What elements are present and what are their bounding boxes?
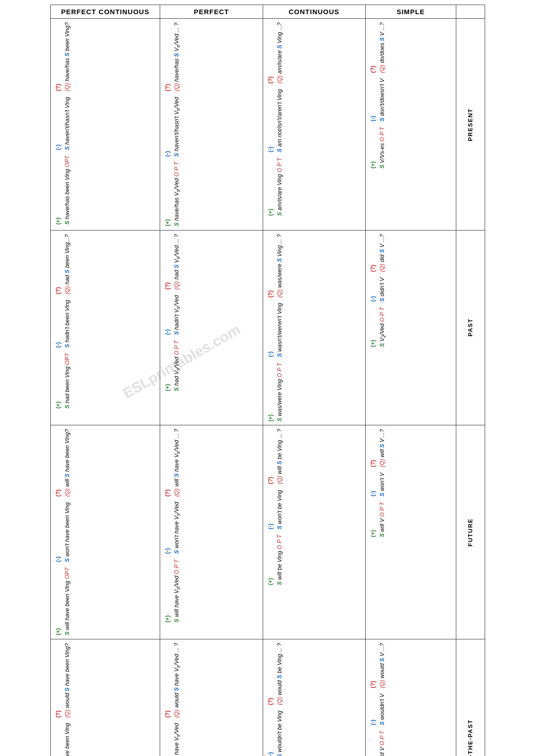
cell-2-1: (+)S will have Vs/Ved O P T(-)S won't ha…	[160, 425, 263, 639]
col-header-simple: SIMPLE	[365, 5, 456, 19]
formula-block: (-)S won't be Ving	[266, 490, 284, 529]
cell-1-2: (+)S was/were Ving O P T(-)S wasn't/were…	[263, 230, 365, 425]
row-label-future_in_the_past: FUTURE-IN-THE-PAST	[456, 639, 485, 756]
formula-block: (?)(Q) have/has S been Ving?	[54, 22, 72, 91]
formula-block: (-)S wouldn't be Ving	[266, 711, 284, 756]
formula-block: (-)S hadn't Vs/Ved	[163, 295, 182, 335]
grammar-row-past: (+)S had been Ving OPT(-)S hadn't been V…	[50, 230, 485, 425]
formula-block: (+)S will have been Ving OPT	[54, 568, 72, 635]
cell-3-1: (+)S would have Vs/Ved O P T(-)S wouldn'…	[160, 639, 263, 756]
row-label-past: PAST	[456, 230, 485, 425]
formula-block: (?)(Q) will S have been Ving?	[54, 429, 72, 497]
formula-block: (-)S wasn't/weren't Ving	[266, 303, 284, 357]
formula-block: (-)S hadn't been Ving	[54, 300, 72, 348]
formula-block: (+)S V/Vs-es O P T	[368, 127, 387, 168]
cell-0-1: (+)S have/has Vs/Ved O P T(-)S haven't/h…	[160, 19, 263, 231]
formula-block: (?)(Q) would S V ...?	[368, 643, 387, 688]
formula-block: (-)S haven't/hasn't Ving	[54, 97, 72, 150]
formula-block: (?)(Q) am/is/are S Ving ...?	[266, 22, 284, 84]
formula-block: (?)(Q) had S Vs/Ved ... ?	[163, 234, 182, 290]
cell-3-3: (+)S would V O P T(-)S wouldn't V(?)(Q) …	[365, 639, 456, 756]
formula-block: (?)(Q) had S been Ving...?	[54, 234, 72, 294]
cell-0-3: (+)S V/Vs-es O P T(-)S don't/doesn't V(?…	[365, 19, 456, 231]
formula-block: (+)S will have Vs/Ved O P T	[163, 560, 182, 623]
formula-block: (?)(Q) did S V ...?	[368, 234, 388, 272]
formula-block: (?)(Q) will S be Ving ... ?	[266, 429, 284, 484]
grammar-row-future_in_the_past: (+)S would have been Ving OPT(-)S wouldn…	[50, 639, 485, 756]
page-wrapper: ESLprintables.com PERFECT CONTINUOUS PER…	[50, 5, 485, 756]
formula-block: (-)S wouldn't have Vs/Ved	[163, 724, 182, 756]
formula-block: (?)(Q) will S V ...?	[368, 429, 387, 467]
formula-block: (-)S didn't V	[368, 277, 388, 301]
cell-2-2: (+)S will be Ving O P T(-)S won't be Vin…	[263, 425, 365, 639]
cell-2-0: (+)S will have been Ving OPT(-)S won't h…	[50, 425, 160, 639]
formula-block: (?)(Q) have/has S Vs/Ved ... ?	[163, 22, 182, 91]
col-header-perfect: PERFECT	[160, 5, 263, 19]
formula-block: (+)S am/is/are Ving O P T	[266, 158, 284, 216]
cell-2-3: (+)S will V O P T(-)S won't V(?)(Q) will…	[365, 425, 456, 639]
formula-block: (-)S don't/doesn't V	[368, 79, 387, 122]
formula-block: (-)S won't have Vs/Ved	[163, 502, 182, 554]
grammar-row-future: (+)S will have been Ving OPT(-)S won't h…	[50, 425, 485, 639]
grammar-row-present: (+)S have/has been Ving OPT(-)S haven't/…	[50, 19, 485, 231]
row-label-present: PRESENT	[456, 19, 485, 231]
cell-0-0: (+)S have/has been Ving OPT(-)S haven't/…	[50, 19, 160, 231]
formula-block: (+)S was/were Ving O P T	[266, 363, 284, 422]
cell-1-1: (+)S had Vs/Ved O P T(-)S hadn't Vs/Ved(…	[160, 230, 263, 425]
formula-block: (?)(Q) will S have Vs/Ved ... ?	[163, 429, 182, 497]
formula-block: (?)(Q) was/were S Ving ... ?	[266, 234, 284, 298]
formula-block: (?)(Q) would S have Vs/Ved ... ?	[163, 643, 182, 718]
formula-block: (?)(Q) would S have been Ving?	[54, 643, 72, 718]
col-header-empty	[456, 5, 485, 19]
formula-block: (+)S had Vs/Ved O P T	[163, 340, 182, 391]
formula-block: (+)S would V O P T	[368, 731, 387, 756]
formula-block: (+)S have/has Vs/Ved O P T	[163, 162, 182, 226]
formula-block: (-)S won't have been Ving	[54, 502, 72, 562]
cell-0-2: (+)S am/is/are Ving O P T(-)S am not/isn…	[263, 19, 365, 231]
col-header-continuous: CONTINUOUS	[263, 5, 365, 19]
row-label-future: FUTURE	[456, 425, 485, 639]
cell-3-0: (+)S would have been Ving OPT(-)S wouldn…	[50, 639, 160, 756]
formula-block: (?)(Q) do/does S V ...?	[368, 22, 387, 73]
formula-block: (?)(Q) would S be Ving ... ?	[266, 643, 284, 705]
cell-1-3: (+)S V2/Ved O P T(-)S didn't V(?)(Q) did…	[365, 230, 456, 425]
formula-block: (-)S won't V	[368, 473, 387, 497]
formula-block: (-)S wouldn't have been Ving	[54, 724, 72, 756]
formula-block: (-)S am not/isn't/aren't Ving	[266, 89, 284, 152]
cell-3-2: (+)S would be Ving O P T(-)S wouldn't be…	[263, 639, 365, 756]
formula-block: (+)S will V O P T	[368, 502, 387, 537]
header-row: PERFECT CONTINUOUS PERFECT CONTINUOUS SI…	[50, 5, 485, 19]
formula-block: (-)S wouldn't V	[368, 694, 387, 725]
formula-block: (+)S will be Ving O P T	[266, 535, 284, 585]
formula-block: (+)S V2/Ved O P T	[368, 307, 388, 347]
cell-1-0: (+)S had been Ving OPT(-)S hadn't been V…	[50, 230, 160, 425]
formula-block: (+)S had been Ving OPT	[54, 353, 72, 408]
grammar-table: PERFECT CONTINUOUS PERFECT CONTINUOUS SI…	[50, 5, 485, 756]
formula-block: (+)S have/has been Ving OPT	[54, 155, 72, 225]
col-header-perfect-continuous: PERFECT CONTINUOUS	[50, 5, 160, 19]
formula-block: (-)S haven't/hasn't Vs/Ved	[163, 97, 182, 156]
